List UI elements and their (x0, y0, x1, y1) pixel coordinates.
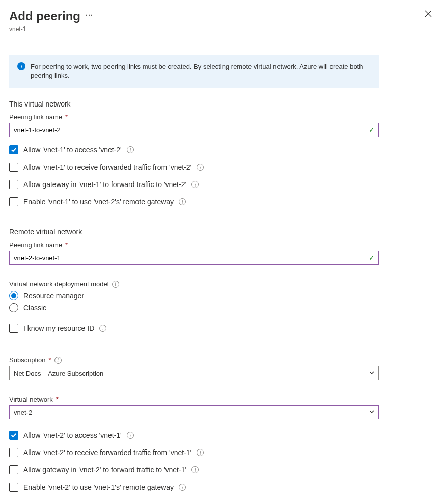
this-allow-access-checkbox[interactable] (9, 145, 18, 154)
required-indicator: * (65, 241, 68, 249)
help-icon[interactable]: i (179, 484, 186, 491)
this-allow-gateway-checkbox[interactable] (9, 180, 18, 189)
this-link-name-input[interactable] (9, 123, 379, 137)
remote-allow-forwarded-label: Allow 'vnet-2' to receive forwarded traf… (23, 448, 191, 457)
remote-allow-gateway-checkbox[interactable] (9, 465, 18, 474)
this-allow-forwarded-checkbox[interactable] (9, 163, 18, 172)
deployment-model-label-text: Virtual network deployment model (9, 280, 109, 288)
required-indicator: * (65, 113, 68, 121)
remote-allow-gateway-label: Allow gateway in 'vnet-2' to forward tra… (23, 466, 186, 474)
close-button[interactable] (423, 8, 434, 21)
help-icon[interactable]: i (127, 146, 134, 153)
this-use-remote-gateway-checkbox[interactable] (9, 197, 18, 206)
help-icon[interactable]: i (112, 281, 119, 288)
remote-link-name-label-text: Peering link name (9, 241, 62, 249)
help-icon[interactable]: i (54, 357, 62, 364)
vnet-select-value: vnet-2 (14, 409, 32, 416)
close-icon (425, 10, 432, 17)
remote-link-name-label: Peering link name * (9, 241, 379, 249)
know-resource-id-checkbox[interactable] (9, 324, 18, 333)
vnet-label: Virtual network * (9, 395, 379, 403)
this-allow-forwarded-label: Allow 'vnet-1' to receive forwarded traf… (23, 163, 191, 171)
this-link-name-label: Peering link name * (9, 113, 379, 121)
required-indicator: * (56, 395, 59, 403)
vnet-select[interactable]: vnet-2 (9, 405, 379, 419)
help-icon[interactable]: i (191, 466, 199, 473)
this-use-remote-gateway-label: Enable 'vnet-1' to use 'vnet-2's' remote… (23, 198, 174, 206)
this-allow-access-label: Allow 'vnet-1' to access 'vnet-2' (23, 146, 122, 154)
page-title: Add peering ··· (9, 8, 423, 24)
help-icon[interactable]: i (99, 325, 106, 332)
remote-allow-access-label: Allow 'vnet-2' to access 'vnet-1' (23, 431, 122, 439)
subscription-label: Subscription * i (9, 356, 379, 364)
help-icon[interactable]: i (191, 181, 199, 188)
deployment-model-rm-label: Resource manager (23, 291, 84, 300)
info-banner: i For peering to work, two peering links… (9, 55, 379, 88)
vnet-label-text: Virtual network (9, 395, 53, 403)
help-icon[interactable]: i (179, 198, 186, 205)
section-this-vnet-heading: This virtual network (9, 100, 379, 108)
subscription-select-value: Net Docs – Azure Subscription (14, 369, 103, 377)
remote-use-remote-gateway-checkbox[interactable] (9, 483, 18, 492)
this-allow-gateway-label: Allow gateway in 'vnet-1' to forward tra… (23, 180, 186, 189)
deployment-model-classic-label: Classic (23, 304, 46, 312)
deployment-model-label: Virtual network deployment model i (9, 280, 379, 288)
remote-allow-access-checkbox[interactable] (9, 431, 18, 440)
help-icon[interactable]: i (127, 432, 134, 439)
page-title-text: Add peering (9, 9, 80, 23)
deployment-model-rm-radio[interactable] (9, 291, 18, 300)
section-remote-vnet-heading: Remote virtual network (9, 228, 379, 236)
know-resource-id-label: I know my resource ID (23, 324, 94, 332)
page-subtitle: vnet-1 (9, 25, 423, 33)
info-icon: i (17, 62, 25, 70)
help-icon[interactable]: i (197, 449, 204, 456)
this-link-name-label-text: Peering link name (9, 113, 62, 121)
help-icon[interactable]: i (197, 164, 204, 171)
info-banner-text: For peering to work, two peering links m… (31, 62, 371, 81)
remote-allow-forwarded-checkbox[interactable] (9, 448, 18, 457)
more-actions-button[interactable]: ··· (86, 8, 93, 24)
remote-use-remote-gateway-label: Enable 'vnet-2' to use 'vnet-1's' remote… (23, 483, 174, 491)
remote-link-name-input[interactable] (9, 251, 379, 265)
required-indicator: * (49, 356, 51, 364)
subscription-label-text: Subscription (9, 356, 46, 364)
deployment-model-classic-radio[interactable] (9, 303, 18, 312)
subscription-select[interactable]: Net Docs – Azure Subscription (9, 366, 379, 380)
